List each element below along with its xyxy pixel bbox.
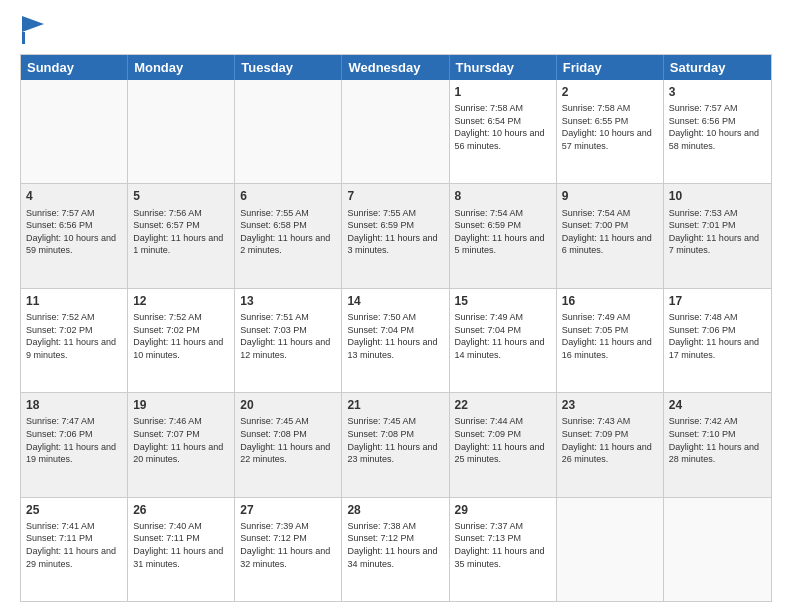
calendar-header: SundayMondayTuesdayWednesdayThursdayFrid… (21, 55, 771, 80)
day-number: 22 (455, 397, 551, 413)
day-info: Sunrise: 7:46 AMSunset: 7:07 PMDaylight:… (133, 415, 229, 465)
day-info: Sunrise: 7:52 AMSunset: 7:02 PMDaylight:… (133, 311, 229, 361)
day-number: 16 (562, 293, 658, 309)
day-number: 6 (240, 188, 336, 204)
day-number: 29 (455, 502, 551, 518)
day-info: Sunrise: 7:57 AMSunset: 6:56 PMDaylight:… (669, 102, 766, 152)
day-number: 5 (133, 188, 229, 204)
calendar-cell: 18Sunrise: 7:47 AMSunset: 7:06 PMDayligh… (21, 393, 128, 496)
calendar-cell: 22Sunrise: 7:44 AMSunset: 7:09 PMDayligh… (450, 393, 557, 496)
day-info: Sunrise: 7:39 AMSunset: 7:12 PMDaylight:… (240, 520, 336, 570)
day-of-week-monday: Monday (128, 55, 235, 80)
day-number: 9 (562, 188, 658, 204)
svg-marker-0 (22, 16, 44, 32)
day-number: 27 (240, 502, 336, 518)
day-info: Sunrise: 7:52 AMSunset: 7:02 PMDaylight:… (26, 311, 122, 361)
calendar-cell (21, 80, 128, 183)
day-number: 28 (347, 502, 443, 518)
svg-rect-1 (22, 32, 25, 44)
calendar-row-0: 1Sunrise: 7:58 AMSunset: 6:54 PMDaylight… (21, 80, 771, 183)
calendar-cell: 25Sunrise: 7:41 AMSunset: 7:11 PMDayligh… (21, 498, 128, 601)
calendar-cell: 8Sunrise: 7:54 AMSunset: 6:59 PMDaylight… (450, 184, 557, 287)
day-of-week-thursday: Thursday (450, 55, 557, 80)
day-info: Sunrise: 7:45 AMSunset: 7:08 PMDaylight:… (347, 415, 443, 465)
calendar-cell: 2Sunrise: 7:58 AMSunset: 6:55 PMDaylight… (557, 80, 664, 183)
calendar-cell: 5Sunrise: 7:56 AMSunset: 6:57 PMDaylight… (128, 184, 235, 287)
calendar-cell (128, 80, 235, 183)
calendar-cell: 10Sunrise: 7:53 AMSunset: 7:01 PMDayligh… (664, 184, 771, 287)
day-info: Sunrise: 7:38 AMSunset: 7:12 PMDaylight:… (347, 520, 443, 570)
day-info: Sunrise: 7:57 AMSunset: 6:56 PMDaylight:… (26, 207, 122, 257)
calendar-row-1: 4Sunrise: 7:57 AMSunset: 6:56 PMDaylight… (21, 183, 771, 287)
day-of-week-sunday: Sunday (21, 55, 128, 80)
calendar-body: 1Sunrise: 7:58 AMSunset: 6:54 PMDaylight… (21, 80, 771, 601)
day-info: Sunrise: 7:43 AMSunset: 7:09 PMDaylight:… (562, 415, 658, 465)
calendar-cell: 4Sunrise: 7:57 AMSunset: 6:56 PMDaylight… (21, 184, 128, 287)
day-of-week-friday: Friday (557, 55, 664, 80)
day-number: 11 (26, 293, 122, 309)
day-info: Sunrise: 7:51 AMSunset: 7:03 PMDaylight:… (240, 311, 336, 361)
day-number: 17 (669, 293, 766, 309)
calendar-cell: 1Sunrise: 7:58 AMSunset: 6:54 PMDaylight… (450, 80, 557, 183)
day-number: 12 (133, 293, 229, 309)
day-info: Sunrise: 7:37 AMSunset: 7:13 PMDaylight:… (455, 520, 551, 570)
day-info: Sunrise: 7:58 AMSunset: 6:55 PMDaylight:… (562, 102, 658, 152)
day-info: Sunrise: 7:42 AMSunset: 7:10 PMDaylight:… (669, 415, 766, 465)
calendar-cell: 3Sunrise: 7:57 AMSunset: 6:56 PMDaylight… (664, 80, 771, 183)
day-number: 3 (669, 84, 766, 100)
day-info: Sunrise: 7:55 AMSunset: 6:58 PMDaylight:… (240, 207, 336, 257)
calendar-cell: 27Sunrise: 7:39 AMSunset: 7:12 PMDayligh… (235, 498, 342, 601)
day-info: Sunrise: 7:40 AMSunset: 7:11 PMDaylight:… (133, 520, 229, 570)
day-info: Sunrise: 7:44 AMSunset: 7:09 PMDaylight:… (455, 415, 551, 465)
day-info: Sunrise: 7:49 AMSunset: 7:05 PMDaylight:… (562, 311, 658, 361)
day-info: Sunrise: 7:41 AMSunset: 7:11 PMDaylight:… (26, 520, 122, 570)
day-info: Sunrise: 7:56 AMSunset: 6:57 PMDaylight:… (133, 207, 229, 257)
day-number: 4 (26, 188, 122, 204)
day-number: 7 (347, 188, 443, 204)
calendar-cell: 13Sunrise: 7:51 AMSunset: 7:03 PMDayligh… (235, 289, 342, 392)
day-number: 15 (455, 293, 551, 309)
day-number: 10 (669, 188, 766, 204)
day-number: 13 (240, 293, 336, 309)
calendar-cell: 21Sunrise: 7:45 AMSunset: 7:08 PMDayligh… (342, 393, 449, 496)
day-info: Sunrise: 7:54 AMSunset: 6:59 PMDaylight:… (455, 207, 551, 257)
day-number: 24 (669, 397, 766, 413)
day-of-week-tuesday: Tuesday (235, 55, 342, 80)
day-number: 19 (133, 397, 229, 413)
calendar-cell: 15Sunrise: 7:49 AMSunset: 7:04 PMDayligh… (450, 289, 557, 392)
calendar-row-3: 18Sunrise: 7:47 AMSunset: 7:06 PMDayligh… (21, 392, 771, 496)
calendar-cell (235, 80, 342, 183)
calendar-cell: 20Sunrise: 7:45 AMSunset: 7:08 PMDayligh… (235, 393, 342, 496)
day-number: 23 (562, 397, 658, 413)
day-number: 21 (347, 397, 443, 413)
calendar-cell (557, 498, 664, 601)
day-info: Sunrise: 7:54 AMSunset: 7:00 PMDaylight:… (562, 207, 658, 257)
calendar-cell: 28Sunrise: 7:38 AMSunset: 7:12 PMDayligh… (342, 498, 449, 601)
calendar-cell: 19Sunrise: 7:46 AMSunset: 7:07 PMDayligh… (128, 393, 235, 496)
calendar-cell (342, 80, 449, 183)
calendar-cell (664, 498, 771, 601)
day-number: 14 (347, 293, 443, 309)
day-info: Sunrise: 7:47 AMSunset: 7:06 PMDaylight:… (26, 415, 122, 465)
calendar-cell: 29Sunrise: 7:37 AMSunset: 7:13 PMDayligh… (450, 498, 557, 601)
calendar-row-2: 11Sunrise: 7:52 AMSunset: 7:02 PMDayligh… (21, 288, 771, 392)
header (20, 16, 772, 44)
day-number: 1 (455, 84, 551, 100)
day-number: 8 (455, 188, 551, 204)
calendar-cell: 17Sunrise: 7:48 AMSunset: 7:06 PMDayligh… (664, 289, 771, 392)
day-number: 2 (562, 84, 658, 100)
calendar-row-4: 25Sunrise: 7:41 AMSunset: 7:11 PMDayligh… (21, 497, 771, 601)
page: SundayMondayTuesdayWednesdayThursdayFrid… (0, 0, 792, 612)
day-info: Sunrise: 7:48 AMSunset: 7:06 PMDaylight:… (669, 311, 766, 361)
day-of-week-saturday: Saturday (664, 55, 771, 80)
calendar-cell: 26Sunrise: 7:40 AMSunset: 7:11 PMDayligh… (128, 498, 235, 601)
calendar: SundayMondayTuesdayWednesdayThursdayFrid… (20, 54, 772, 602)
calendar-cell: 16Sunrise: 7:49 AMSunset: 7:05 PMDayligh… (557, 289, 664, 392)
day-number: 26 (133, 502, 229, 518)
calendar-cell: 12Sunrise: 7:52 AMSunset: 7:02 PMDayligh… (128, 289, 235, 392)
logo (20, 16, 44, 44)
logo-flag-icon (22, 16, 44, 44)
calendar-cell: 23Sunrise: 7:43 AMSunset: 7:09 PMDayligh… (557, 393, 664, 496)
day-number: 18 (26, 397, 122, 413)
day-number: 20 (240, 397, 336, 413)
